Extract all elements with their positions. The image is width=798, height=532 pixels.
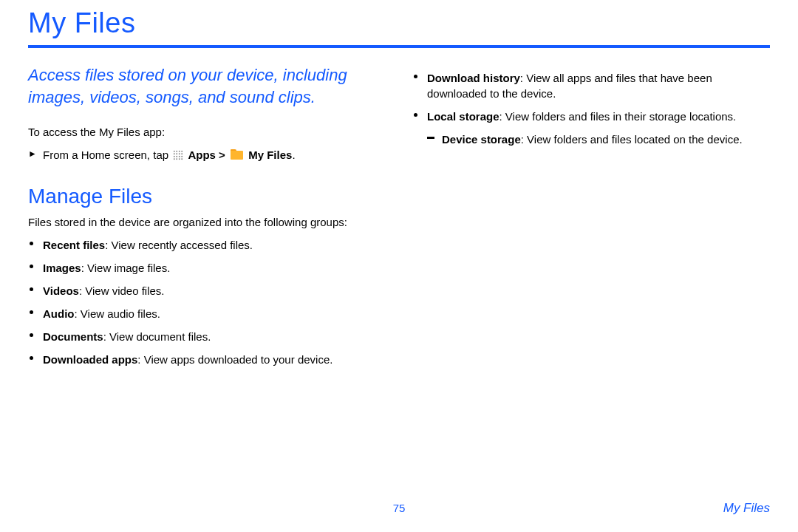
page-title: My Files bbox=[28, 7, 770, 48]
list-item: Local storage: View folders and files in… bbox=[412, 109, 770, 147]
list-item: Documents: View document files. bbox=[28, 329, 386, 344]
manual-page: My Files Access files stored on your dev… bbox=[0, 0, 798, 532]
list-item: Audio: View audio files. bbox=[28, 306, 386, 321]
step-myfiles-label: My Files bbox=[248, 149, 292, 161]
page-footer: 75 My Files bbox=[28, 501, 770, 516]
step-separator: > bbox=[216, 149, 228, 161]
apps-grid-icon bbox=[173, 150, 183, 160]
page-number: 75 bbox=[393, 502, 406, 514]
step-apps-label: Apps bbox=[188, 149, 216, 161]
content-columns: Access files stored on your device, incl… bbox=[28, 64, 770, 375]
list-item: Images: View image files. bbox=[28, 260, 386, 276]
right-column: Download history: View all apps and file… bbox=[412, 64, 770, 375]
step-prefix: From a Home screen, tap bbox=[43, 149, 171, 161]
sub-list: Device storage: View folders and files l… bbox=[427, 132, 770, 147]
access-intro: To access the My Files app: bbox=[28, 124, 386, 140]
list-item: Download history: View all apps and file… bbox=[412, 70, 770, 101]
list-item: Recent files: View recently accessed fil… bbox=[28, 237, 386, 253]
right-list: Download history: View all apps and file… bbox=[412, 70, 770, 147]
left-column: Access files stored on your device, incl… bbox=[28, 64, 386, 375]
list-item: Videos: View video files. bbox=[28, 283, 386, 299]
section-heading: Manage Files bbox=[28, 185, 386, 208]
step-period: . bbox=[292, 149, 295, 161]
list-item: Downloaded apps: View apps downloaded to… bbox=[28, 352, 386, 367]
step-arrow-icon: ► bbox=[28, 148, 37, 160]
nav-step: ► From a Home screen, tap Apps > My File… bbox=[28, 147, 386, 163]
footer-breadcrumb: My Files bbox=[405, 501, 770, 516]
left-list: Recent files: View recently accessed fil… bbox=[28, 237, 386, 367]
intro-blurb: Access files stored on your device, incl… bbox=[28, 64, 386, 108]
groups-intro: Files stored in the device are organized… bbox=[28, 214, 386, 230]
folder-icon bbox=[231, 149, 243, 160]
sub-list-item: Device storage: View folders and files l… bbox=[427, 132, 770, 147]
